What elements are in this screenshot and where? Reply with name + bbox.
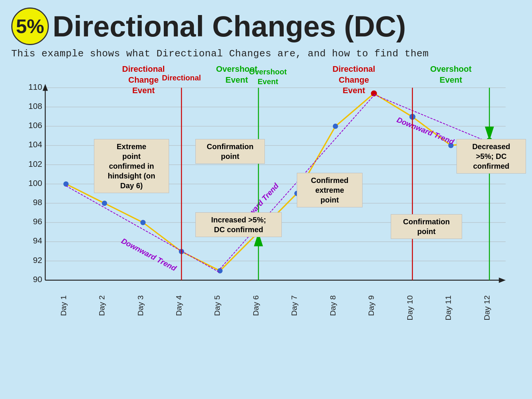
dot-day8 xyxy=(333,124,338,129)
dot-day2 xyxy=(102,201,107,206)
svg-text:90: 90 xyxy=(33,275,42,284)
dc1-title: Directional xyxy=(162,74,201,82)
increased-dc-box: Increased >5%;DC confirmed xyxy=(195,212,282,237)
svg-text:Day 12: Day 12 xyxy=(482,295,491,320)
decreased-dc-box: Decreased>5%; DCconfirmed xyxy=(456,139,526,174)
pct-badge: 5% xyxy=(11,8,49,45)
chart-svg: 90 92 94 96 98 100 102 104 106 108 110 xyxy=(11,64,521,349)
svg-text:Day 7: Day 7 xyxy=(290,295,298,316)
dot-day3 xyxy=(141,220,146,225)
svg-text:Day 3: Day 3 xyxy=(136,295,145,316)
dc2-annotation: DirectionalChangeEvent xyxy=(332,64,375,96)
svg-text:Day 4: Day 4 xyxy=(174,295,183,316)
svg-text:Day 8: Day 8 xyxy=(328,295,337,316)
confirmation-point-2-box: Confirmationpoint xyxy=(391,214,462,239)
svg-text:Day 9: Day 9 xyxy=(367,295,375,316)
os1-title2: Event xyxy=(258,77,278,86)
svg-text:102: 102 xyxy=(29,159,42,169)
chart-area: 90 92 94 96 98 100 102 104 106 108 110 xyxy=(11,64,521,349)
svg-text:Day 5: Day 5 xyxy=(213,295,221,316)
title-row: 5% Directional Changes (DC) xyxy=(11,8,521,45)
os2-annotation: OvershootEvent xyxy=(430,64,472,85)
subtitle: This example shows what Directional Chan… xyxy=(11,48,521,59)
svg-text:94: 94 xyxy=(33,236,42,245)
svg-text:98: 98 xyxy=(33,198,42,207)
svg-text:108: 108 xyxy=(29,101,42,111)
main-title: Directional Changes (DC) xyxy=(53,9,406,44)
os1-annotation: OvershootEvent xyxy=(216,64,257,85)
svg-text:106: 106 xyxy=(29,121,42,130)
dc1-annotation: DirectionalChangeEvent xyxy=(122,64,165,96)
svg-text:Day 11: Day 11 xyxy=(444,295,452,320)
svg-text:Day 10: Day 10 xyxy=(405,295,414,320)
confirmed-extreme-box: Confirmedextremepoint xyxy=(297,173,363,207)
extreme-point-box: Extremepointconfirmed inhindsight (onDay… xyxy=(94,139,169,193)
svg-text:104: 104 xyxy=(29,140,42,149)
svg-text:Day 1: Day 1 xyxy=(59,295,68,316)
svg-text:Day 2: Day 2 xyxy=(97,295,106,316)
svg-text:92: 92 xyxy=(33,255,42,265)
confirmation-point-1-box: Confirmationpoint xyxy=(195,139,265,164)
svg-text:100: 100 xyxy=(29,178,42,188)
svg-text:96: 96 xyxy=(33,217,42,226)
page: 5% Directional Changes (DC) This example… xyxy=(0,0,532,399)
dot-day1 xyxy=(63,181,69,187)
svg-text:Day 6: Day 6 xyxy=(251,295,260,316)
svg-text:110: 110 xyxy=(29,82,42,92)
